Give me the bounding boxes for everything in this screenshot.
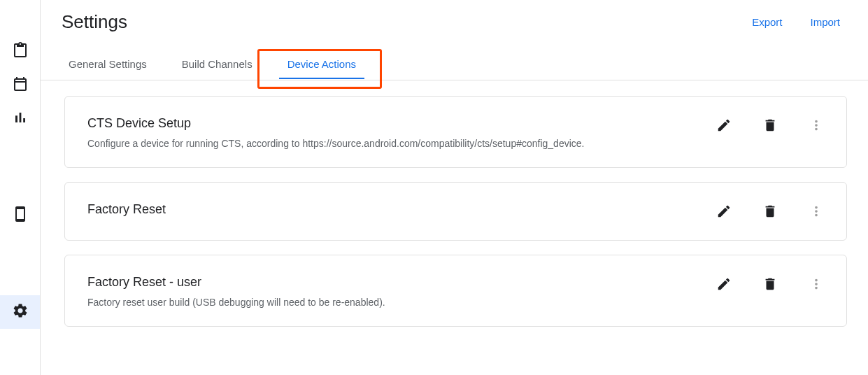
card-title: Factory Reset: [87, 202, 166, 217]
topbar: Settings Export Import: [41, 0, 868, 33]
bar-chart-icon: [12, 109, 29, 129]
card-description: Factory reset user build (USB debugging …: [87, 297, 385, 308]
more-vert-icon: [809, 204, 824, 222]
delete-button[interactable]: [762, 276, 778, 295]
more-button[interactable]: [809, 118, 824, 136]
edit-button[interactable]: [716, 204, 732, 222]
card-text: CTS Device Setup Configure a device for …: [87, 116, 584, 149]
device-action-card: Factory Reset - user Factory reset user …: [64, 255, 847, 327]
export-link[interactable]: Export: [752, 16, 782, 28]
calendar-icon: [12, 76, 29, 95]
sidebar-item-settings[interactable]: [0, 295, 40, 329]
sidebar-item-schedule[interactable]: [0, 69, 40, 102]
page-title: Settings: [62, 11, 127, 33]
card-text: Factory Reset: [87, 202, 166, 217]
card-title: CTS Device Setup: [87, 116, 584, 131]
more-button[interactable]: [809, 204, 824, 222]
device-action-card: CTS Device Setup Configure a device for …: [64, 96, 847, 168]
card-actions: [716, 116, 824, 136]
card-description: Configure a device for running CTS, acco…: [87, 138, 584, 149]
sidebar-item-device[interactable]: [0, 199, 40, 232]
card-actions: [716, 275, 824, 295]
more-vert-icon: [809, 118, 824, 136]
card-title: Factory Reset - user: [87, 275, 385, 290]
pencil-icon: [716, 118, 732, 136]
top-links: Export Import: [752, 16, 847, 28]
device-action-card: Factory Reset: [64, 182, 847, 241]
sidebar: [0, 0, 41, 375]
edit-button[interactable]: [716, 118, 732, 136]
sidebar-spacer: [0, 232, 40, 295]
tab-build-channels[interactable]: Build Channels: [182, 58, 252, 80]
main-panel: Settings Export Import General Settings …: [41, 0, 868, 375]
trash-icon: [762, 204, 778, 222]
content: CTS Device Setup Configure a device for …: [41, 80, 868, 327]
gear-icon: [12, 302, 29, 322]
pencil-icon: [716, 204, 732, 222]
card-text: Factory Reset - user Factory reset user …: [87, 275, 385, 308]
import-link[interactable]: Import: [810, 16, 840, 28]
more-button[interactable]: [809, 276, 824, 295]
tabs: General Settings Build Channels Device A…: [41, 33, 868, 80]
trash-icon: [762, 118, 778, 136]
trash-icon: [762, 276, 778, 295]
delete-button[interactable]: [762, 118, 778, 136]
tab-general-settings[interactable]: General Settings: [69, 58, 147, 80]
edit-button[interactable]: [716, 276, 732, 295]
tab-device-actions[interactable]: Device Actions: [287, 58, 356, 80]
sidebar-item-analytics[interactable]: [0, 102, 40, 136]
phone-icon: [12, 206, 29, 225]
card-actions: [716, 202, 824, 222]
clipboard-icon: [12, 42, 29, 62]
sidebar-spacer: [0, 136, 40, 199]
delete-button[interactable]: [762, 204, 778, 222]
more-vert-icon: [809, 276, 824, 295]
sidebar-item-clipboard[interactable]: [0, 35, 40, 69]
pencil-icon: [716, 276, 732, 295]
